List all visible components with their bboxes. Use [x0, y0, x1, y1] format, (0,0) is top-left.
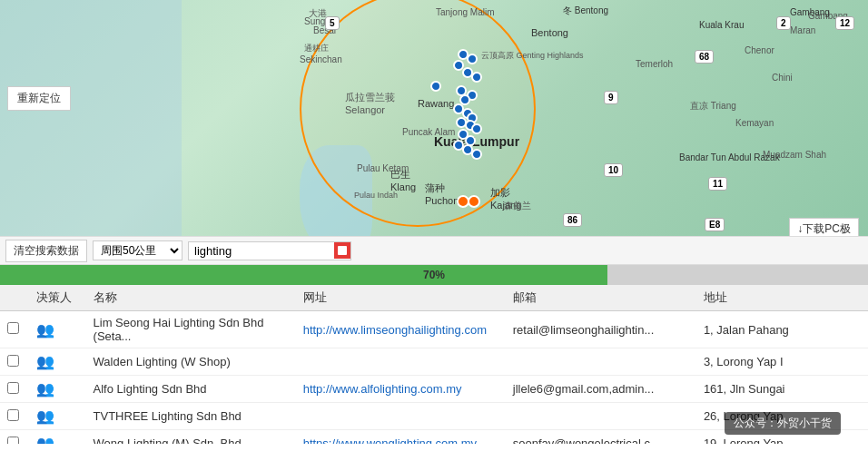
road-badge: 9: [604, 91, 618, 104]
row-website-link[interactable]: http://www.alfolighting.com.my: [303, 382, 462, 396]
row-address: 3, Lorong Yap I: [696, 348, 868, 376]
col-header-check: [0, 285, 29, 311]
row-company-name: TVTHREE Lighting Sdn Bhd: [86, 403, 296, 430]
map-pin-blue[interactable]: [471, 72, 482, 83]
row-email: retail@limseonghailightin...: [506, 311, 696, 348]
row-website-link[interactable]: http://www.limseonghailighting.com: [303, 323, 487, 337]
row-email: [506, 403, 696, 430]
col-header-name: 名称: [86, 285, 296, 311]
row-website[interactable]: http://www.limseonghailighting.com: [296, 311, 506, 348]
row-checkbox[interactable]: [7, 409, 19, 421]
map-pin-blue[interactable]: [467, 54, 478, 64]
row-company-name: Wong Lighting (M) Sdn. Bhd.: [86, 430, 296, 445]
download-button[interactable]: ↓下载PC极: [789, 218, 859, 236]
row-person-icon: 👥: [29, 403, 86, 430]
road-badge: 2: [776, 16, 791, 30]
progress-label: 70%: [423, 269, 445, 281]
row-checkbox[interactable]: [7, 322, 19, 334]
row-website-link[interactable]: https://www.wonglighting.com.my: [303, 437, 477, 444]
road-badge: 5: [325, 16, 340, 30]
row-address: 161, Jln Sungai: [696, 376, 868, 403]
map-pin-blue[interactable]: [471, 123, 482, 134]
toolbar: 清空搜索数据 周围50公里 周围30公里 周围100公里: [0, 236, 868, 265]
row-company-name: Lim Seong Hai Lighting Sdn Bhd (Seta...: [86, 311, 296, 348]
table-row[interactable]: 👥Alfo Lighting Sdn Bhdhttp://www.alfolig…: [0, 376, 868, 403]
row-check[interactable]: [0, 376, 29, 403]
row-email: jllele6@gmail.com,admin...: [506, 376, 696, 403]
row-website[interactable]: [296, 403, 506, 430]
map-pin-blue[interactable]: [430, 81, 441, 92]
table-header-row: 决策人 名称 网址 邮箱 地址: [0, 285, 868, 311]
row-person-icon: 👥: [29, 348, 86, 376]
row-person-icon: 👥: [29, 376, 86, 403]
row-checkbox[interactable]: [7, 437, 19, 445]
row-person-icon: 👥: [29, 311, 86, 348]
road-badge: 86: [563, 213, 582, 227]
row-email: soonfay@wongelectrical.c...: [506, 430, 696, 445]
progress-fill: [0, 265, 607, 285]
col-header-email: 邮箱: [506, 285, 696, 311]
row-company-name: Walden Lighting (W Shop): [86, 348, 296, 376]
row-address: 1, Jalan Pahang: [696, 311, 868, 348]
col-header-address: 地址: [696, 285, 868, 311]
row-checkbox[interactable]: [7, 382, 19, 394]
progress-bar-wrap: 70%: [0, 265, 868, 285]
row-check[interactable]: [0, 348, 29, 376]
road-badge: 68: [695, 50, 714, 64]
road-badge: 11: [708, 177, 727, 191]
row-company-name: Alfo Lighting Sdn Bhd: [86, 376, 296, 403]
watermark: 公众号：外贸小干货: [725, 412, 841, 435]
table-row[interactable]: 👥Lim Seong Hai Lighting Sdn Bhd (Seta...…: [0, 311, 868, 348]
search-wrap: [188, 241, 351, 260]
col-header-url: 网址: [296, 285, 506, 311]
table-row[interactable]: 👥Walden Lighting (W Shop)3, Lorong Yap I: [0, 348, 868, 376]
radius-select[interactable]: 周围50公里 周围30公里 周围100公里: [93, 240, 182, 260]
search-input[interactable]: [189, 242, 334, 260]
row-check[interactable]: [0, 311, 29, 348]
row-website[interactable]: https://www.wonglighting.com.my: [296, 430, 506, 445]
road-badge: 12: [835, 16, 854, 30]
row-email: [506, 348, 696, 376]
road-badge: 10: [604, 163, 623, 177]
map-pin-orange[interactable]: [468, 195, 480, 208]
relocate-button[interactable]: 重新定位: [7, 86, 71, 111]
road-badge: E8: [705, 218, 725, 231]
row-person-icon: 👥: [29, 430, 86, 445]
row-check[interactable]: [0, 430, 29, 445]
col-header-person: 决策人: [29, 285, 86, 311]
map-container: 大港 Sungai Besar 通耕庄 Sekinchan Tanjong Ma…: [0, 0, 868, 236]
clear-search-button[interactable]: 清空搜索数据: [5, 240, 87, 262]
row-website[interactable]: [296, 348, 506, 376]
search-radius-circle: [300, 0, 536, 227]
row-website[interactable]: http://www.alfolighting.com.my: [296, 376, 506, 403]
row-check[interactable]: [0, 403, 29, 430]
search-stop-button[interactable]: [334, 242, 350, 259]
map-pin-blue[interactable]: [471, 149, 482, 160]
row-checkbox[interactable]: [7, 355, 19, 367]
stop-icon: [338, 246, 347, 255]
